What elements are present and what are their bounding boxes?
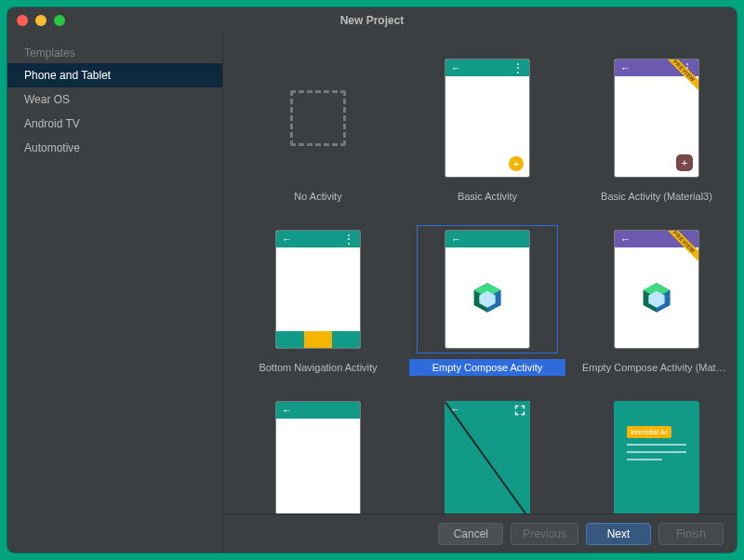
cancel-button[interactable]: Cancel	[438, 523, 503, 545]
phone-preview	[275, 230, 361, 349]
previous-button: Previous	[511, 523, 578, 545]
phone-preview: ←	[445, 401, 530, 513]
template-category-sidebar: Templates Phone and Tablet Wear OS Andro…	[7, 33, 223, 553]
overflow-menu-icon	[343, 233, 354, 246]
back-arrow-icon	[620, 62, 631, 73]
template-empty-activity[interactable]	[240, 396, 396, 513]
overflow-menu-icon	[512, 61, 524, 74]
sidebar-item-android-tv[interactable]: Android TV	[7, 112, 222, 136]
template-label: No Activity	[240, 188, 396, 205]
ad-chip: Interstitial Ad	[627, 426, 671, 438]
svg-line-8	[445, 401, 530, 513]
template-fullscreen-activity[interactable]: ←	[409, 396, 565, 513]
new-project-dialog: New Project Templates Phone and Tablet W…	[7, 7, 737, 553]
window-maximize-button[interactable]	[54, 15, 65, 26]
template-basic-activity-material3[interactable]: + PREVIEW Basic Activity (Material3)	[578, 54, 735, 212]
sidebar-item-wear-os[interactable]: Wear OS	[7, 87, 222, 112]
sidebar-item-phone-and-tablet[interactable]: Phone and Tablet	[7, 63, 222, 87]
sidebar-heading: Templates	[7, 41, 222, 63]
template-label: Bottom Navigation Activity	[240, 359, 396, 376]
phone-preview	[445, 230, 530, 349]
template-empty-compose-activity[interactable]: Empty Compose Activity	[409, 225, 565, 383]
template-label: Empty Compose Activity (Materi...	[578, 359, 735, 376]
back-arrow-icon	[282, 233, 292, 245]
back-arrow-icon	[282, 405, 292, 416]
phone-preview	[275, 401, 361, 513]
template-basic-activity[interactable]: + Basic Activity	[409, 54, 565, 212]
back-arrow-icon	[451, 233, 461, 245]
compose-logo-icon	[640, 281, 673, 314]
fullscreen-icon	[514, 405, 525, 416]
next-button[interactable]: Next	[586, 523, 651, 545]
template-gallery: No Activity +	[223, 33, 737, 513]
back-arrow-icon	[620, 233, 631, 245]
phone-preview: + PREVIEW	[614, 59, 699, 178]
sidebar-item-automotive[interactable]: Automotive	[7, 136, 222, 160]
template-label: Basic Activity	[409, 188, 565, 205]
window-minimize-button[interactable]	[35, 15, 46, 26]
empty-dashed-icon	[290, 90, 346, 146]
phone-preview: Interstitial Ad	[614, 401, 699, 513]
template-no-activity[interactable]: No Activity	[240, 54, 396, 212]
fab-add-icon: +	[676, 154, 693, 171]
back-arrow-icon	[451, 62, 461, 73]
back-arrow-icon: ←	[450, 404, 460, 415]
titlebar: New Project	[7, 7, 737, 33]
template-google-admob-ads-activity[interactable]: Interstitial Ad	[578, 396, 735, 513]
template-label: Empty Compose Activity	[409, 359, 565, 376]
finish-button: Finish	[658, 523, 724, 545]
phone-preview: PREVIEW	[614, 230, 699, 349]
fab-add-icon: +	[509, 156, 524, 171]
dialog-footer: Cancel Previous Next Finish	[223, 513, 737, 553]
template-bottom-navigation-activity[interactable]: Bottom Navigation Activity	[240, 225, 396, 383]
compose-logo-icon	[471, 281, 504, 314]
template-label: Basic Activity (Material3)	[578, 188, 735, 205]
window-title: New Project	[7, 14, 737, 27]
template-empty-compose-activity-material[interactable]: PREVIEW Empty Compose Activity (Materi..…	[578, 225, 735, 383]
phone-preview: +	[445, 59, 530, 178]
window-close-button[interactable]	[17, 15, 28, 26]
